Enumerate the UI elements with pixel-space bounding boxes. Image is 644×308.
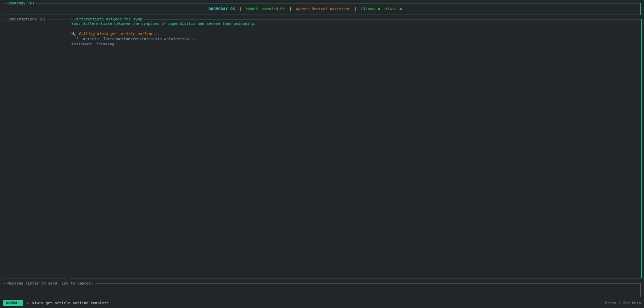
window-frame: Doomsday TUI DOOMSDAY OS Model: qwen3:0.… [3,3,641,15]
user-message: You: Differentiate between the symptoms … [71,21,638,26]
chat-panel[interactable]: Differentiate between the symp You: Diff… [70,19,642,278]
tool-call-result: └─ Article: Introduction:Yersiniosisis a… [71,36,638,42]
ollama-status-label: Ollama [361,7,375,11]
mode-badge: NORMAL [3,300,23,306]
status-bar: NORMAL ✓ kiwix_get_article_outline compl… [3,299,641,307]
message-input[interactable] [4,284,640,296]
header-separator [356,7,356,11]
wrench-icon [71,32,76,36]
top-bar: DOOMSDAY OS Model: qwen3:0.6b Agent: Med… [3,3,640,15]
tool-call-text: Calling kiwix_get_article_outline... [79,32,160,36]
model-indicator: Model: qwen3:0.6b [246,7,285,11]
kiwix-status-label: Kiwix [385,7,397,11]
blank-line [71,26,638,31]
agent-indicator: Agent: Medical Assistant [296,7,350,11]
header-separator [241,7,241,11]
chat-message-list: You: Differentiate between the symptoms … [70,19,641,47]
assistant-thinking-status: Assistant: thinking... [71,42,638,47]
check-icon: ✓ [27,301,29,305]
conversations-panel-title: Conversations (0) [6,17,48,22]
tool-call-row: Calling kiwix_get_article_outline... [71,31,638,36]
kiwix-status-dot-icon: ● [400,7,402,11]
help-hint: Press ? for help [605,301,641,305]
chat-panel-title: Differentiate between the symp [73,17,144,22]
brand-title: DOOMSDAY OS [209,7,235,11]
conversations-panel[interactable]: Conversations (0) [3,19,67,278]
ollama-status: Ollama ● [361,7,380,11]
status-message: kiwix_get_article_outline complete [32,301,109,305]
message-composer: Message (Enter to send, Esc to cancel) [3,283,641,297]
kiwix-status: Kiwix ● [385,7,402,11]
ollama-status-dot-icon: ● [378,7,380,11]
header-separator [290,7,291,11]
